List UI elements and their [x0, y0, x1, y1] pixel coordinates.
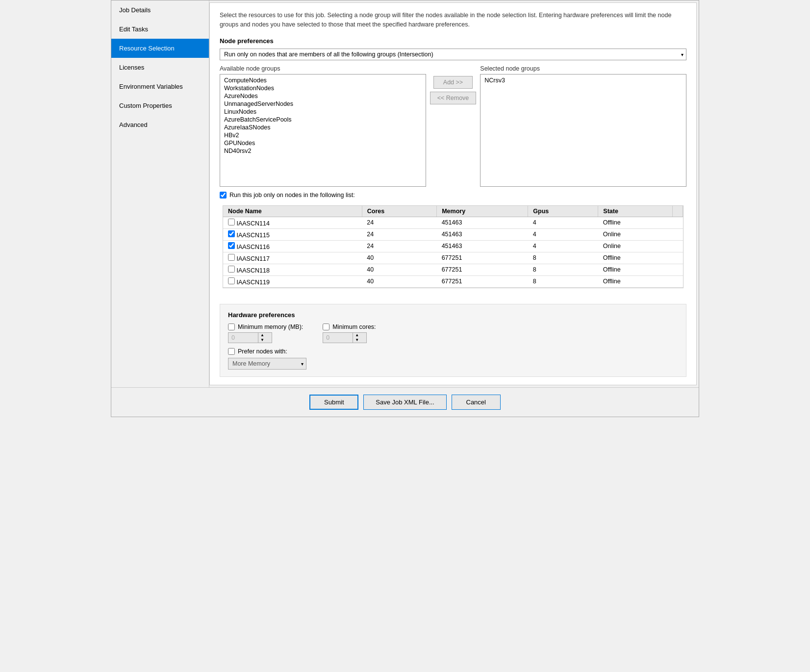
selected-groups-listbox[interactable]: NCrsv3 — [480, 74, 686, 187]
prefer-nodes-label-wrap: Prefer nodes with: — [228, 348, 678, 355]
add-button[interactable]: Add >> — [433, 76, 473, 89]
table-cell-state: Offline — [598, 264, 673, 275]
prefer-nodes-section: Prefer nodes with: More MemoryFewer Core… — [228, 348, 678, 370]
min-cores-spinner: ▲ ▼ — [323, 332, 367, 343]
min-memory-spinner: ▲ ▼ — [228, 332, 272, 343]
available-groups-label: Available node groups — [220, 65, 426, 72]
node-list-checkbox[interactable] — [220, 192, 227, 199]
available-group-item[interactable]: ND40rsv2 — [220, 147, 426, 155]
node-groups-row: Available node groups ComputeNodesWorkst… — [220, 65, 686, 187]
row-checkbox[interactable] — [228, 219, 235, 225]
available-group-item[interactable]: GPUNodes — [220, 139, 426, 147]
available-group-item[interactable]: AzureIaaSNodes — [220, 124, 426, 131]
prefer-nodes-dropdown-wrapper: More MemoryFewer CoresMore Cores ▾ — [228, 358, 306, 370]
table-col-state: State — [598, 206, 673, 217]
table-row: IAASCN118406772518Offline — [223, 264, 683, 275]
sidebar: Job DetailsEdit TasksResource SelectionL… — [111, 0, 209, 387]
table-col-gpus: Gpus — [528, 206, 598, 217]
table-scroll[interactable]: Node NameCoresMemoryGpusState IAASCN1142… — [223, 206, 683, 288]
available-group-item[interactable]: HBv2 — [220, 131, 426, 139]
min-memory-label: Minimum memory (MB): — [238, 324, 303, 330]
app-container: Job DetailsEdit TasksResource SelectionL… — [111, 0, 699, 417]
min-memory-up-btn[interactable]: ▲ — [258, 333, 266, 338]
save-xml-button[interactable]: Save Job XML File... — [363, 395, 446, 410]
table-cell-cores: 24 — [362, 240, 436, 252]
table-cell-cores: 40 — [362, 264, 436, 275]
table-cell-gpus: 4 — [528, 240, 598, 252]
table-cell-gpus: 4 — [528, 228, 598, 240]
available-group-item[interactable]: AzureBatchServicePools — [220, 116, 426, 124]
available-groups-container: Available node groups ComputeNodesWorkst… — [220, 65, 426, 187]
min-memory-checkbox[interactable] — [228, 324, 235, 330]
prefer-nodes-label: Prefer nodes with: — [238, 348, 287, 355]
table-cell-name: IAASCN119 — [223, 275, 362, 287]
available-groups-listbox[interactable]: ComputeNodesWorkstationNodesAzureNodesUn… — [220, 74, 426, 187]
min-cores-checkbox[interactable] — [323, 324, 329, 330]
row-checkbox[interactable] — [228, 277, 235, 284]
table-col-node-name: Node Name — [223, 206, 362, 217]
remove-button[interactable]: << Remove — [430, 92, 477, 104]
min-memory-label-wrap: Minimum memory (MB): — [228, 324, 303, 330]
min-cores-label-wrap: Minimum cores: — [323, 324, 376, 330]
sidebar-item-licenses[interactable]: Licenses — [111, 58, 209, 77]
min-cores-label: Minimum cores: — [332, 324, 376, 330]
available-group-item[interactable]: ComputeNodes — [220, 76, 426, 84]
available-group-item[interactable]: UnmanagedServerNodes — [220, 100, 426, 108]
main-layout: Job DetailsEdit TasksResource SelectionL… — [111, 0, 699, 387]
submit-button[interactable]: Submit — [309, 395, 358, 410]
min-cores-input[interactable] — [323, 333, 353, 343]
min-cores-down-btn[interactable]: ▼ — [353, 338, 361, 343]
node-group-dropdown[interactable]: Run only on nodes that are members of al… — [220, 49, 686, 60]
table-cell-gpus: 8 — [528, 275, 598, 287]
table-cell-memory: 677251 — [437, 275, 528, 287]
sidebar-item-job-details[interactable]: Job Details — [111, 0, 209, 20]
selected-groups-label: Selected node groups — [480, 65, 686, 72]
selected-group-item[interactable]: NCrsv3 — [481, 76, 686, 84]
available-group-item[interactable]: WorkstationNodes — [220, 84, 426, 92]
sidebar-item-resource-selection[interactable]: Resource Selection — [111, 39, 209, 58]
min-cores-up-btn[interactable]: ▲ — [353, 333, 361, 338]
row-checkbox[interactable] — [228, 242, 235, 249]
row-checkbox[interactable] — [228, 266, 235, 273]
min-memory-input[interactable] — [228, 333, 258, 343]
cancel-button[interactable]: Cancel — [452, 395, 501, 410]
table-cell-name: IAASCN114 — [223, 217, 362, 228]
min-memory-down-btn[interactable]: ▼ — [258, 338, 266, 343]
table-col-memory: Memory — [437, 206, 528, 217]
node-list-checkbox-label: Run this job only on nodes in the follow… — [229, 192, 355, 199]
sidebar-item-edit-tasks[interactable]: Edit Tasks — [111, 20, 209, 39]
table-cell-memory: 677251 — [437, 264, 528, 275]
table-cell-cores: 24 — [362, 217, 436, 228]
sidebar-item-advanced[interactable]: Advanced — [111, 115, 209, 134]
min-memory-field: Minimum memory (MB): ▲ ▼ — [228, 324, 303, 343]
hardware-preferences-section: Hardware preferences Minimum memory (MB)… — [220, 304, 686, 377]
prefer-nodes-dropdown[interactable]: More MemoryFewer CoresMore Cores — [228, 358, 306, 370]
row-checkbox[interactable] — [228, 230, 235, 237]
sidebar-item-custom-properties[interactable]: Custom Properties — [111, 96, 209, 115]
table-row: IAASCN115244514634Online — [223, 228, 683, 240]
min-cores-spinner-btns: ▲ ▼ — [353, 333, 361, 343]
node-group-dropdown-wrapper: Run only on nodes that are members of al… — [220, 49, 686, 60]
table-cell-gpus: 8 — [528, 252, 598, 264]
table-row: IAASCN116244514634Online — [223, 240, 683, 252]
min-cores-field: Minimum cores: ▲ ▼ — [323, 324, 376, 343]
table-cell-memory: 451463 — [437, 240, 528, 252]
table-cell-memory: 677251 — [437, 252, 528, 264]
table-cell-state: Online — [598, 228, 673, 240]
node-list-checkbox-row: Run this job only on nodes in the follow… — [220, 192, 686, 199]
table-row: IAASCN114244514634Offline — [223, 217, 683, 228]
available-group-item[interactable]: AzureNodes — [220, 92, 426, 100]
table-cell-state: Offline — [598, 275, 673, 287]
selected-groups-container: Selected node groups NCrsv3 — [480, 65, 686, 187]
table-body: IAASCN114244514634Offline IAASCN11524451… — [223, 217, 683, 287]
table-col-cores: Cores — [362, 206, 436, 217]
node-table: Node NameCoresMemoryGpusState IAASCN1142… — [223, 206, 683, 288]
available-group-item[interactable]: LinuxNodes — [220, 108, 426, 116]
sidebar-item-environment-variables[interactable]: Environment Variables — [111, 77, 209, 96]
content-area: Select the resources to use for this job… — [209, 2, 697, 385]
table-cell-state: Online — [598, 240, 673, 252]
footer: Submit Save Job XML File... Cancel — [111, 387, 699, 417]
prefer-nodes-checkbox[interactable] — [228, 348, 235, 355]
table-cell-name: IAASCN116 — [223, 240, 362, 252]
row-checkbox[interactable] — [228, 254, 235, 261]
